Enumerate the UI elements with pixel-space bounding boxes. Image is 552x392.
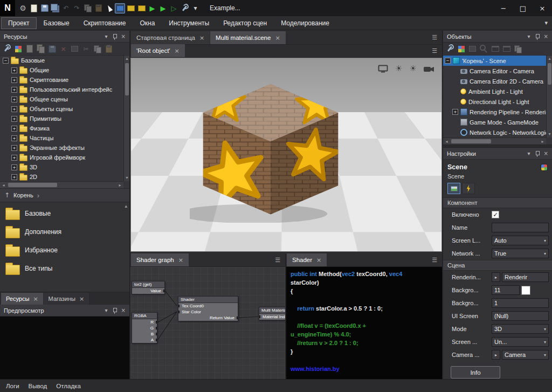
menu-item-2[interactable]: Скриптование bbox=[77, 17, 133, 29]
resource-tree-item[interactable]: +Физика bbox=[0, 123, 129, 133]
undo-button[interactable]: ↶ bbox=[61, 3, 71, 13]
expand-icon[interactable]: + bbox=[11, 135, 17, 141]
menu-item-0[interactable]: Проект bbox=[1, 17, 37, 29]
port-icon[interactable] bbox=[178, 305, 180, 307]
resource-tree-item[interactable]: +Экранные эффекты bbox=[0, 143, 129, 153]
scrollbar-thumb[interactable] bbox=[451, 139, 491, 143]
statusbar-item-1[interactable]: Вывод bbox=[29, 383, 47, 389]
window-frame-button[interactable] bbox=[490, 44, 500, 54]
expand-icon[interactable]: + bbox=[452, 109, 458, 115]
value-box[interactable]: (Null) bbox=[492, 311, 549, 321]
build-tools-button[interactable] bbox=[180, 3, 190, 13]
expand-icon[interactable]: + bbox=[11, 145, 17, 151]
more-dropdown-button[interactable]: ▾ bbox=[190, 3, 201, 13]
dropdown-arrow-icon[interactable]: ▾ bbox=[541, 353, 546, 357]
value-box[interactable]: Camera▾ bbox=[502, 350, 549, 360]
resource-tree-item[interactable]: +Скриптование bbox=[0, 75, 129, 85]
resource-tree-item[interactable]: −Базовые bbox=[0, 56, 129, 65]
value-box[interactable]: Un...▾ bbox=[492, 337, 549, 347]
resource-tree-item[interactable]: +Общее сцены bbox=[0, 94, 129, 104]
collapse-icon[interactable]: − bbox=[3, 58, 9, 64]
shader-graph-tab[interactable]: Shader graph × bbox=[131, 253, 189, 266]
scroll-up-icon[interactable]: ▴ bbox=[547, 56, 552, 62]
copy-object-button[interactable] bbox=[513, 44, 523, 54]
menubar-chevron-icon[interactable]: ▾ bbox=[544, 19, 548, 26]
component-tool-2-button[interactable] bbox=[136, 3, 147, 13]
port-icon[interactable] bbox=[156, 327, 157, 329]
duplicate-button[interactable] bbox=[36, 44, 46, 54]
info-button[interactable]: Info bbox=[451, 366, 500, 379]
hamburger-icon[interactable]: ☰ bbox=[432, 34, 437, 41]
chevron-right-icon[interactable]: › bbox=[37, 191, 39, 200]
folder-list-item[interactable]: Базовые bbox=[0, 204, 129, 223]
statusbar-item-0[interactable]: Логи bbox=[6, 383, 19, 389]
value-box[interactable]: 1 bbox=[492, 298, 549, 308]
expand-icon[interactable]: + bbox=[11, 155, 17, 161]
resource-tree-item[interactable]: +Общие bbox=[0, 65, 129, 75]
graph-node[interactable]: ShaderTex Coord0Star ColorReturn Value bbox=[178, 296, 238, 321]
new-file-button[interactable] bbox=[24, 44, 34, 54]
close-button[interactable]: × bbox=[533, 0, 552, 16]
resource-tree-item[interactable]: +Примитивы bbox=[0, 114, 129, 123]
close-icon[interactable]: × bbox=[175, 47, 180, 54]
resource-tree-item[interactable]: +Пользовательский интерфейс bbox=[0, 85, 129, 94]
scrollbar-thumb[interactable] bbox=[125, 63, 129, 95]
pin-icon[interactable] bbox=[112, 307, 117, 314]
port-icon[interactable] bbox=[156, 321, 157, 324]
expand-icon[interactable]: + bbox=[11, 126, 17, 132]
export-button[interactable] bbox=[467, 44, 478, 54]
expand-button[interactable]: ▸ bbox=[492, 350, 500, 360]
vertical-scrollbar[interactable]: ▴ ▾ bbox=[123, 56, 129, 181]
brightness-2-icon[interactable]: ☀ bbox=[410, 65, 417, 73]
close-icon[interactable]: × bbox=[544, 34, 548, 39]
objects-options-button[interactable] bbox=[445, 44, 455, 54]
redo-button[interactable]: ↷ bbox=[72, 3, 82, 13]
hamburger-icon[interactable]: ☰ bbox=[275, 257, 280, 264]
object-tree-item[interactable]: Camera Editor 2D - Camera bbox=[443, 76, 552, 86]
scroll-left-icon[interactable]: ◂ bbox=[0, 183, 7, 188]
scene-cube[interactable] bbox=[190, 79, 351, 224]
value-box[interactable]: 3D▾ bbox=[492, 324, 549, 334]
port-icon[interactable] bbox=[156, 333, 157, 335]
camera-view-icon[interactable] bbox=[424, 66, 434, 72]
root-object-tab[interactable]: 'Root object' × bbox=[131, 44, 185, 57]
expand-icon[interactable]: + bbox=[11, 164, 17, 170]
folder-list-item[interactable]: Избранное bbox=[0, 241, 129, 259]
object-tree-item[interactable]: Game Mode - GameMode bbox=[443, 117, 552, 127]
close-icon[interactable]: × bbox=[121, 308, 126, 313]
close-icon[interactable]: × bbox=[121, 34, 126, 39]
value-box[interactable] bbox=[492, 223, 549, 232]
search-button[interactable] bbox=[479, 44, 489, 54]
brightness-icon[interactable]: ☀ bbox=[395, 65, 402, 73]
document-tab-0[interactable]: Стартовая страница× bbox=[131, 31, 210, 44]
object-tree-item[interactable]: +Rendering Pipeline - Rendering Pipeline bbox=[443, 107, 552, 117]
display-mode-icon[interactable] bbox=[378, 65, 388, 73]
close-icon[interactable]: × bbox=[33, 295, 38, 302]
historian-link[interactable]: www.historian.by bbox=[291, 366, 340, 372]
breadcrumb-label[interactable]: Корень bbox=[13, 192, 33, 198]
window-frame-2-button[interactable] bbox=[501, 44, 512, 54]
resource-tree-item[interactable]: +Игровой фреймворк bbox=[0, 153, 129, 162]
maximize-button[interactable]: □ bbox=[513, 0, 533, 16]
panel-dropdown-icon[interactable]: ▾ bbox=[105, 308, 108, 313]
paste-resource-button[interactable] bbox=[104, 44, 114, 54]
expand-icon[interactable]: + bbox=[11, 67, 17, 73]
value-box[interactable]: Renderir bbox=[502, 272, 549, 282]
menu-item-3[interactable]: Окна bbox=[133, 17, 162, 29]
menu-item-6[interactable]: Моделирование bbox=[274, 17, 336, 29]
resource-tree-item[interactable]: +Объекты сцены bbox=[0, 104, 129, 114]
expand-icon[interactable]: + bbox=[11, 77, 17, 83]
panel-dropdown-icon[interactable]: ▾ bbox=[528, 34, 530, 39]
run-player-2-button[interactable]: ▶ bbox=[158, 3, 168, 13]
checkbox[interactable]: ✓ bbox=[492, 211, 499, 218]
object-tree-item[interactable]: Directional Light - Light bbox=[443, 97, 552, 107]
folder-list-item[interactable]: Все типы bbox=[0, 259, 129, 278]
close-icon[interactable]: × bbox=[79, 295, 84, 302]
scroll-left-icon[interactable]: ◂ bbox=[443, 139, 450, 144]
scrollbar-thumb[interactable] bbox=[8, 183, 57, 187]
flow-graph-tool-button[interactable] bbox=[115, 3, 125, 13]
vertical-scrollbar[interactable]: ▴ ▾ bbox=[546, 56, 552, 137]
menu-item-4[interactable]: Инструменты bbox=[162, 17, 216, 29]
expand-icon[interactable]: + bbox=[11, 87, 17, 93]
resource-tree-item[interactable]: +2D bbox=[0, 172, 129, 182]
